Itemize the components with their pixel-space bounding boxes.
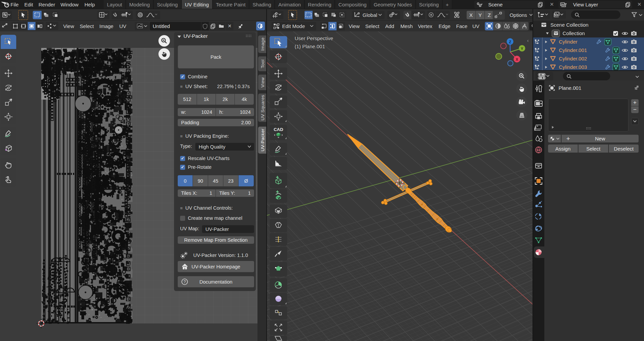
svg-text:Z: Z bbox=[509, 40, 511, 44]
svg-text:?: ? bbox=[183, 280, 186, 284]
svg-text:Y: Y bbox=[521, 47, 523, 51]
svg-text:X: X bbox=[516, 57, 518, 61]
svg-text:CAD: CAD bbox=[274, 127, 283, 132]
